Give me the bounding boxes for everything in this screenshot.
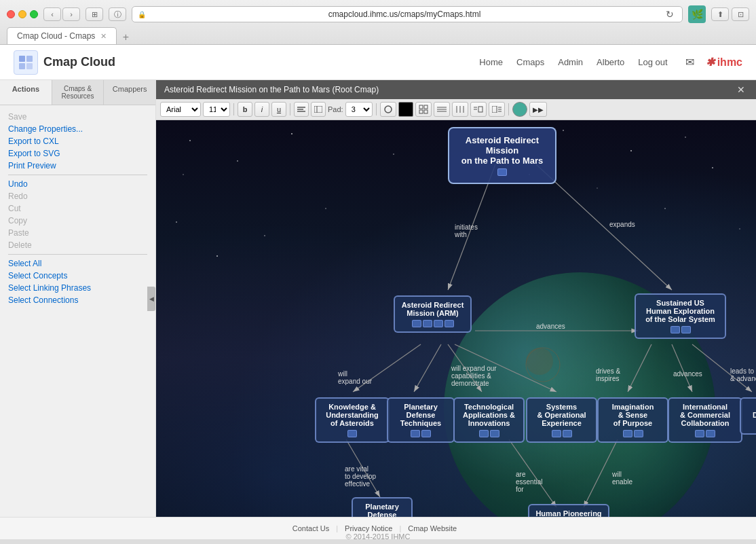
browser-window-controls [7,10,38,18]
us-icon-1[interactable] [670,326,680,333]
action-change-properties[interactable]: Change Properties... [8,123,147,135]
back-button[interactable]: ‹ [43,7,61,21]
pad-select[interactable]: 3 5 [345,102,373,117]
planetary-defense-tech-node[interactable]: PlanetaryDefenseTechniques [387,397,455,443]
action-copy[interactable]: Copy [8,215,147,227]
forward-button[interactable]: › [62,7,80,21]
address-bar[interactable]: 🔒 cmapcloud.ihmc.us/cmaps/myCmaps.html ↻ [132,6,683,22]
action-delete[interactable]: Delete [8,239,147,251]
intl-icon-2[interactable] [706,430,715,437]
footer-contact-us[interactable]: Contact Us [292,524,329,532]
pdt-icons [394,430,448,437]
nav-home[interactable]: Home [479,57,503,67]
italic-button[interactable]: i [254,102,269,117]
planetary-defense-label: PlanetaryDefense [358,503,406,517]
align-left-button[interactable] [294,102,309,117]
browser-tab[interactable]: Cmap Cloud - Cmaps ✕ [7,27,117,44]
new-tab-button[interactable]: + [118,31,133,44]
imagination-icon-1[interactable] [623,430,632,437]
systems-icon-1[interactable] [552,430,561,437]
us-exploration-node[interactable]: Sustained USHuman Explorationof the Sola… [635,293,726,339]
nav-admin[interactable]: Admin [558,57,583,67]
font-size-select[interactable]: 11 12 14 [203,102,230,117]
action-print-preview[interactable]: Print Preview [8,160,147,172]
nav-logout[interactable]: Log out [638,57,667,67]
action-select-concepts[interactable]: Select Concepts [8,270,147,282]
pdt-icon-2[interactable] [421,430,431,437]
main-concept-node[interactable]: Asteroid Redirect Mission on the Path to… [448,127,556,184]
imagination-node[interactable]: Imagination& Senseof Purpose [597,397,668,443]
tab-overview-button[interactable]: ⊞ [86,7,103,21]
footer-privacy-notice[interactable]: Privacy Notice [345,524,392,532]
systems-ops-node[interactable]: Systems& OperationalExperience [526,397,597,443]
tech-icon-1[interactable] [479,430,489,437]
sidebar-collapse-button[interactable]: ◀ [147,287,155,311]
tab-close-icon[interactable]: ✕ [100,32,107,41]
svg-point-32 [563,130,564,131]
action-cut[interactable]: Cut [8,202,147,215]
grid-view-button[interactable] [434,102,450,117]
editor-close-button[interactable]: ✕ [734,84,748,95]
intl-icons [675,430,736,437]
toolbar-extra-btn[interactable]: ▶▶ [529,102,547,117]
style-button-1[interactable] [380,102,396,117]
arm-icon-4[interactable] [445,320,454,327]
share-button[interactable]: ⬆ [711,7,729,21]
planetary-defense-node[interactable]: PlanetaryDefense [352,497,413,517]
action-select-all[interactable]: Select All [8,257,147,270]
knowledge-icons [322,430,383,437]
intl-commercial-node[interactable]: International& CommercialCollaboration [668,397,742,443]
imagination-icon-2[interactable] [634,430,643,437]
action-export-cxl[interactable]: Export to CXL [8,135,147,147]
minimize-window-button[interactable] [18,10,26,18]
layout-button-1[interactable] [452,102,468,117]
tech-apps-node[interactable]: TechnologicalApplications &Innovations [453,397,525,443]
maximize-window-button[interactable] [30,10,38,18]
cmap-canvas[interactable]: Asteroid Redirect Mission on the Path to… [156,120,756,517]
layout-button-3[interactable] [489,102,505,117]
footer-cmap-website[interactable]: Cmap Website [408,524,457,532]
knowledge-icon-1[interactable] [347,430,357,437]
pdt-icon-1[interactable] [411,430,420,437]
arm-node[interactable]: Asteroid RedirectMission (ARM) [394,295,472,333]
node-icon-link[interactable] [497,168,507,176]
action-select-linking-phrases[interactable]: Select Linking Phrases [8,282,147,294]
human-pioneering-node[interactable]: Human Pioneeringof Mars & itsMoons [528,504,609,517]
tab-actions[interactable]: Actions [0,80,52,105]
color-button[interactable] [398,102,413,117]
us-icon-2[interactable] [681,326,691,333]
arm-icon-3[interactable] [434,320,443,327]
tab-cmaps-resources[interactable]: Cmaps & Resources [52,80,105,105]
close-window-button[interactable] [7,10,15,18]
nav-user[interactable]: Alberto [597,57,624,67]
action-save[interactable]: Save [8,111,147,123]
arm-icon-2[interactable] [423,320,432,327]
font-select[interactable]: Arial Times [160,102,201,117]
fullscreen-button[interactable]: ⊡ [732,7,749,21]
knowledge-node[interactable]: Knowledge &Understandingof Asteroids [315,397,390,443]
svg-point-29 [291,133,292,134]
reload-button[interactable]: ↻ [663,8,677,20]
mail-button[interactable]: ✉ [681,54,699,71]
intl-icon-1[interactable] [695,430,704,437]
extension-button[interactable]: 🌿 [688,5,706,23]
action-redo[interactable]: Redo [8,190,147,202]
bold-button[interactable]: b [238,102,252,117]
resize-button[interactable] [311,102,326,117]
action-export-svg[interactable]: Export to SVG [8,147,147,160]
arm-icon-1[interactable] [412,320,421,327]
layout-button-2[interactable] [470,102,487,117]
arrange-button[interactable] [415,102,432,117]
action-paste[interactable]: Paste [8,227,147,239]
action-select-connections[interactable]: Select Connections [8,294,147,306]
underline-button[interactable]: u [271,102,286,117]
tech-icon-2[interactable] [490,430,499,437]
action-undo[interactable]: Undo [8,178,147,190]
reader-mode-button[interactable]: ⓘ [109,7,126,21]
toolbar-sep-3 [376,103,377,115]
scientific-node[interactable]: ScientificDiscoveries [740,397,756,435]
nav-cmaps[interactable]: Cmaps [516,57,544,67]
tab-cmappers[interactable]: Cmappers [104,80,155,105]
systems-icon-2[interactable] [563,430,572,437]
add-resource-button[interactable] [512,102,527,117]
